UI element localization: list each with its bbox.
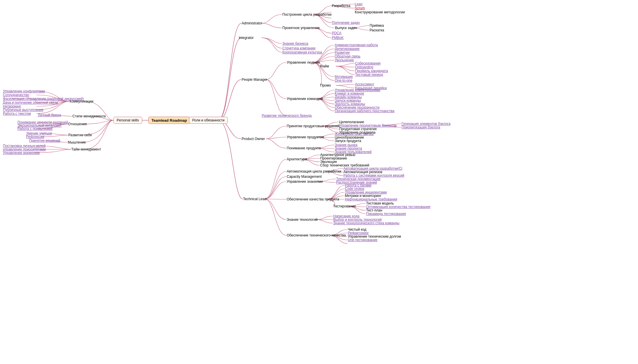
assessment-node[interactable]: Ассессмент <box>355 82 374 86</box>
arhitektura-node: Архитектура <box>287 157 307 161</box>
piramida-testirovaniya-node[interactable]: Пирамида тестирования <box>366 212 406 216</box>
promo-node: Промо <box>320 83 331 87</box>
pdca-node[interactable]: PDCA <box>332 31 341 35</box>
roles-node[interactable]: Роли и обязанности <box>189 117 228 124</box>
ponimanie-produkta-node: Понимание продукта <box>287 146 321 150</box>
sobesedovanie-node[interactable]: Собеседования <box>355 61 381 65</box>
upravlenie-produktom-node: Управление продуктом <box>287 135 324 139</box>
refleksiya-node[interactable]: Рефлексия <box>26 135 44 139</box>
rabota-s-tekstom-node[interactable]: Работа с текстом <box>3 112 31 116</box>
project-mgmt-node: Проектное управление <box>282 26 320 30</box>
lichnyj-brend-node[interactable]: Личный бренд <box>38 113 61 117</box>
technical-lead-node: Technical Lead <box>243 197 266 201</box>
konstruirovanie-node: Конструирование методологии <box>355 10 405 14</box>
center-label: Teamlead Roadmap <box>152 118 187 123</box>
prioritizaciya-node[interactable]: Приоритизация бэклога <box>402 125 440 129</box>
motivatsiya-node[interactable]: Мотивация <box>335 75 353 79</box>
znanie-biznesa-node[interactable]: Знание бизнеса <box>282 42 308 46</box>
product-owner-node: Product Owner <box>242 137 265 141</box>
avtomat-tsikla-node: Автоматизация цикла разработки <box>287 169 341 173</box>
technical-lead-label: Technical Lead <box>243 197 266 201</box>
zapusk-produkta-node: Запуск продукта <box>335 139 361 143</box>
priemka-node: Приёмка <box>370 24 384 28</box>
upravl-znaniami-node: Управление знаниями <box>287 180 323 184</box>
upravlenie-komandoi-node: Управление командой <box>287 97 323 101</box>
razvitie-brand-node[interactable]: Развитие технического бренда <box>262 114 312 118</box>
build-cycle-node: Построение цикла разработки <box>282 12 332 17</box>
admin-rabota-node[interactable]: Административная работа <box>335 43 378 47</box>
upravlenie-ludmi-node: Управление людьми <box>287 60 320 64</box>
rabota-s-privychkami-node[interactable]: Работа с привычками <box>17 127 53 131</box>
obespechenie-tehn-kachestva-node: Обеспечение технического качества <box>287 233 346 237</box>
one-to-one-node[interactable]: One-to-one <box>335 78 352 83</box>
otnosheniya-node: Отношения <box>68 122 87 126</box>
vypusk-node: Выпуск задач <box>335 26 357 30</box>
personal-skills-node[interactable]: Personal skills <box>113 117 142 124</box>
administrator-node: Administrator <box>242 21 262 25</box>
people-manager-node: People Manager <box>242 78 267 82</box>
fasilitaciya-node[interactable]: Фасилитация (Управление групповой дискус… <box>3 97 84 101</box>
pmbok-node[interactable]: PMBoK <box>332 36 344 40</box>
obespechenie-kachestva-node: Обеспечение качества продукта <box>287 197 339 201</box>
organizatsiya-rab-prostranstva-node[interactable]: Организация рабочего пространства <box>335 109 394 113</box>
prinyatie-resheniy-node: Принятие продуктовых решений <box>287 124 339 128</box>
mindmap-canvas: Teamlead Roadmap Personal skills Роли и … <box>0 0 638 364</box>
publichnye-vystupleniya-node[interactable]: Публичные выступления <box>3 108 43 112</box>
struktura-kompanii-node[interactable]: Структура компании <box>282 46 316 50</box>
korporativnaya-node[interactable]: Корпоративная культура <box>282 50 322 54</box>
dacha-obratnoj-svyazi-node[interactable]: Дача и получение обратной связи <box>3 101 58 105</box>
sotrudnichestvo-node[interactable]: Сотрудничество <box>3 93 29 97</box>
obratnaya-svyaz-node[interactable]: Обратная связь <box>335 54 360 58</box>
myshlenie-node: Мышление <box>68 140 86 144</box>
center-node[interactable]: Teamlead Roadmap <box>148 117 190 124</box>
upravl-vremenem-node[interactable]: Управление временем <box>3 151 40 155</box>
integrator-node: Integrator <box>239 36 254 40</box>
znanie-steka-node[interactable]: Знание технологического стека команды <box>333 221 399 225</box>
razvitie-sebya-node: Развитие себя <box>68 133 92 137</box>
unit-testirovanie-node[interactable]: Unit-тестирование <box>348 238 377 242</box>
upravl-konfliktami-node[interactable]: Управление конфликтами <box>3 89 45 93</box>
razvitie-node[interactable]: Развитие <box>335 51 350 55</box>
lean-node[interactable]: Lean <box>355 2 363 6</box>
uvolnenie-node[interactable]: Увольнение <box>335 58 354 62</box>
razrabotka-node: Разработка <box>332 4 350 8</box>
profil-kandidata-node[interactable]: Профиль кандидата <box>355 69 388 73</box>
testirovanie-node: Тестирование <box>333 204 356 208</box>
nefunk-trebovaniya-node[interactable]: Нефункциональные требования <box>345 197 397 201</box>
delegirovanie-node[interactable]: Делегирование <box>335 47 359 51</box>
personal-skills-label: Personal skills <box>117 118 139 122</box>
poluchenie-node[interactable]: Получение задач <box>332 21 360 25</box>
stili-mgmt-node: Стили менеджмента <box>72 114 106 118</box>
znanie-tehnologiy-node: Знание технологий <box>287 218 318 222</box>
taim-mgmt-node: Тайм-менеджмент <box>71 147 101 151</box>
raskatka-node: Раскатка <box>370 28 384 32</box>
testovyi-period-node[interactable]: Тестовый период <box>355 73 383 77</box>
prinyatie-reshenij-node[interactable]: Принятие решений <box>29 139 60 143</box>
naim-node: Найм <box>320 64 329 68</box>
scrum-node[interactable]: Scrum <box>355 6 365 10</box>
capacity-mgmt-node: Capacity Management <box>287 175 322 179</box>
roles-label: Роли и обязанности <box>192 118 224 122</box>
onboarding-node[interactable]: Onboarding <box>355 65 373 69</box>
